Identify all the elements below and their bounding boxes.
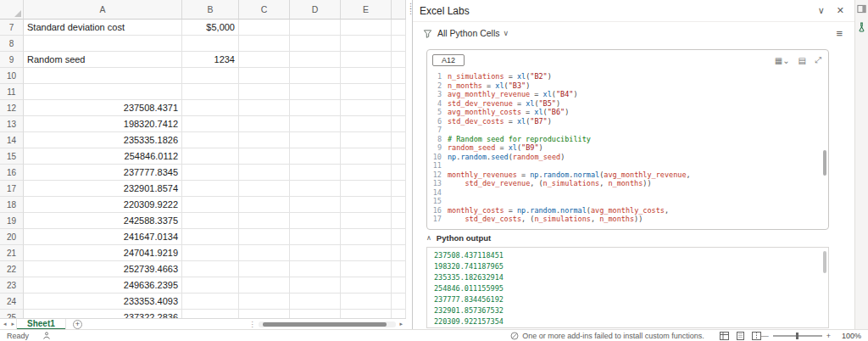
- cell-E23[interactable]: [341, 277, 392, 293]
- cell-partial-15[interactable]: [392, 148, 406, 165]
- code-line-16[interactable]: 16monthly_costs = np.random.normal(avg_m…: [432, 206, 820, 215]
- sheet-tab-sheet1[interactable]: Sheet1: [16, 319, 66, 330]
- code-line-9[interactable]: 9random_seed = xl("B9"): [432, 143, 820, 153]
- cell-C14[interactable]: [239, 132, 290, 148]
- column-header-E[interactable]: E: [341, 0, 392, 20]
- cell-C9[interactable]: [239, 52, 290, 68]
- cell-E22[interactable]: [341, 261, 392, 277]
- cell-A8[interactable]: [24, 36, 182, 52]
- column-header-D[interactable]: D: [290, 0, 341, 20]
- chevron-up-icon[interactable]: ∧: [426, 234, 431, 242]
- cell-B17[interactable]: [182, 181, 239, 197]
- cell-C11[interactable]: [239, 84, 290, 100]
- row-header-14[interactable]: 14: [0, 132, 24, 148]
- excel-labs-addin-icon[interactable]: [857, 22, 866, 32]
- row-header-16[interactable]: 16: [0, 165, 24, 181]
- cell-D15[interactable]: [290, 148, 341, 165]
- page-break-view-icon[interactable]: [752, 332, 761, 340]
- cell-B23[interactable]: [182, 277, 239, 293]
- row-header-11[interactable]: 11: [0, 84, 24, 100]
- horizontal-scrollbar[interactable]: [259, 321, 396, 327]
- cell-C23[interactable]: [239, 277, 290, 293]
- row-header-20[interactable]: 20: [0, 229, 24, 245]
- cell-partial-11[interactable]: [392, 84, 406, 100]
- row-header-13[interactable]: 13: [0, 116, 24, 132]
- output-options-icon[interactable]: ▦⌄: [775, 56, 790, 65]
- code-line-6[interactable]: 6std_dev_costs = xl("B7"): [432, 117, 820, 126]
- cell-D16[interactable]: [290, 165, 341, 181]
- cell-B8[interactable]: [182, 36, 239, 52]
- cell-B11[interactable]: [182, 84, 239, 100]
- cell-E19[interactable]: [341, 213, 392, 229]
- cell-B19[interactable]: [182, 213, 239, 229]
- cell-C10[interactable]: [239, 68, 290, 84]
- accessibility-icon[interactable]: [42, 332, 51, 340]
- row-header-8[interactable]: 8: [0, 36, 24, 52]
- cell-D11[interactable]: [290, 84, 341, 100]
- spreadsheet-grid[interactable]: ABCDE 7Standard deviation cost$5,00089Ra…: [0, 0, 406, 318]
- cell-A11[interactable]: [24, 84, 182, 100]
- cell-A17[interactable]: 232901.8574: [24, 181, 182, 197]
- cell-E7[interactable]: [341, 20, 392, 36]
- cell-partial-18[interactable]: [392, 197, 406, 213]
- cell-B13[interactable]: [182, 116, 239, 132]
- chevron-down-icon[interactable]: ∨: [818, 5, 825, 16]
- row-header-9[interactable]: 9: [0, 52, 24, 68]
- cell-D14[interactable]: [290, 132, 341, 148]
- cell-C7[interactable]: [239, 20, 290, 36]
- cell-B9[interactable]: 1234: [182, 52, 239, 68]
- cell-D21[interactable]: [290, 245, 341, 261]
- cell-B21[interactable]: [182, 245, 239, 261]
- cell-B16[interactable]: [182, 165, 239, 181]
- code-line-5[interactable]: 5avg_monthly_costs = xl("B6"): [432, 108, 820, 117]
- cell-C17[interactable]: [239, 181, 290, 197]
- cell-B24[interactable]: [182, 293, 239, 310]
- cell-D17[interactable]: [290, 181, 341, 197]
- cell-E15[interactable]: [341, 148, 392, 165]
- editor-options-icon[interactable]: ▤: [798, 56, 806, 65]
- output-scrollbar[interactable]: [823, 251, 826, 273]
- cell-partial-24[interactable]: [392, 293, 406, 310]
- cell-partial-20[interactable]: [392, 229, 406, 245]
- cell-A22[interactable]: 252739.4663: [24, 261, 182, 277]
- row-header-18[interactable]: 18: [0, 197, 24, 213]
- pane-resize-handle[interactable]: ⋮⋮: [406, 0, 412, 329]
- code-line-4[interactable]: 4std_dev_revenue = xl("B5"): [432, 99, 820, 109]
- row-header-23[interactable]: 23: [0, 277, 24, 293]
- zoom-level[interactable]: 100%: [837, 332, 861, 340]
- cell-C24[interactable]: [239, 293, 290, 310]
- code-scrollbar[interactable]: [823, 150, 826, 176]
- cell-partial-16[interactable]: [392, 165, 406, 181]
- cell-E8[interactable]: [341, 36, 392, 52]
- cell-A14[interactable]: 235335.1826: [24, 132, 182, 148]
- cell-D20[interactable]: [290, 229, 341, 245]
- cell-A9[interactable]: Random seed: [24, 52, 182, 68]
- column-header-C[interactable]: C: [239, 0, 290, 20]
- cell-E9[interactable]: [341, 52, 392, 68]
- select-all-corner[interactable]: [0, 0, 24, 20]
- cell-E21[interactable]: [341, 245, 392, 261]
- zoom-out-icon[interactable]: —: [761, 332, 769, 340]
- cell-B25[interactable]: [182, 310, 239, 318]
- cell-B14[interactable]: [182, 132, 239, 148]
- cell-B10[interactable]: [182, 68, 239, 84]
- cell-reference-box[interactable]: A12: [432, 54, 465, 66]
- cell-partial-22[interactable]: [392, 261, 406, 277]
- cell-partial-17[interactable]: [392, 181, 406, 197]
- cell-E17[interactable]: [341, 181, 392, 197]
- code-line-10[interactable]: 10np.random.seed(random_seed): [432, 153, 820, 162]
- code-line-15[interactable]: 15: [432, 197, 820, 206]
- python-output-panel[interactable]: 237508.437118451198320.741187965235335.1…: [426, 247, 829, 328]
- cell-D18[interactable]: [290, 197, 341, 213]
- expand-editor-icon[interactable]: ⤢: [815, 55, 821, 65]
- cell-partial-25[interactable]: [392, 310, 406, 318]
- chevron-down-icon[interactable]: ∨: [504, 29, 509, 37]
- cell-D7[interactable]: [290, 20, 341, 36]
- code-line-11[interactable]: 11: [432, 161, 820, 170]
- cell-D25[interactable]: [290, 310, 341, 318]
- cell-C13[interactable]: [239, 116, 290, 132]
- column-header-B[interactable]: B: [182, 0, 239, 20]
- zoom-slider[interactable]: [773, 335, 822, 337]
- row-header-15[interactable]: 15: [0, 148, 24, 165]
- cell-partial-13[interactable]: [392, 116, 406, 132]
